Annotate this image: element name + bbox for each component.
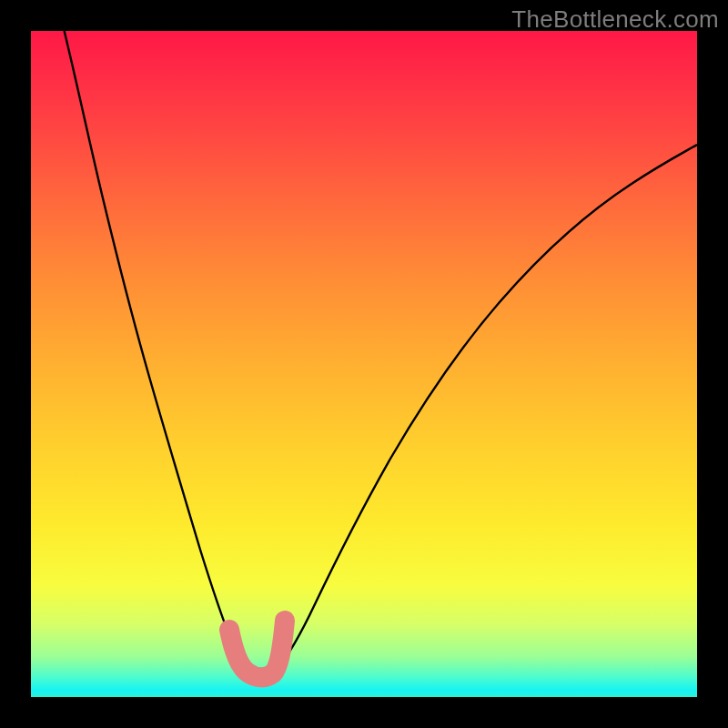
chart-svg [31,31,697,697]
bottleneck-curve [65,31,697,678]
chart-plot-area [31,31,697,697]
min-marker [229,621,285,677]
chart-frame: TheBottleneck.com [0,0,728,728]
watermark-text: TheBottleneck.com [511,5,719,34]
